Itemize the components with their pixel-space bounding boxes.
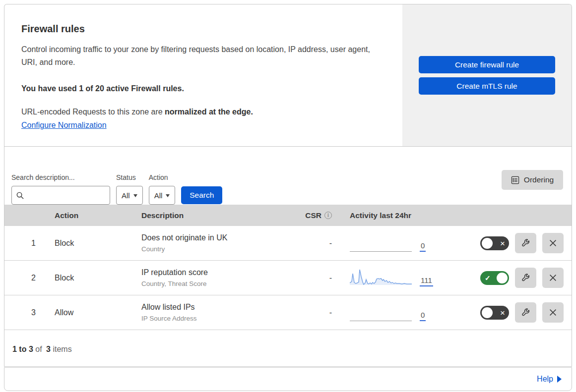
- search-description-input[interactable]: [27, 191, 106, 200]
- delete-rule-button[interactable]: [542, 233, 564, 253]
- activity-flatline: [350, 321, 412, 321]
- ordering-button-label: Ordering: [524, 175, 554, 184]
- activity-flatline: [350, 251, 412, 252]
- pagination-summary: 1 to 3 of 3 items: [4, 330, 572, 366]
- rule-priority: 1: [4, 239, 36, 248]
- page-description: Control incoming traffic to your zone by…: [21, 43, 375, 69]
- delete-rule-button[interactable]: [542, 302, 564, 323]
- rule-csr-value: -: [282, 274, 332, 282]
- toggle-knob: [482, 238, 493, 249]
- firewall-rules-list-card: Search description... Status All Action …: [4, 146, 572, 367]
- check-icon: ✓: [485, 275, 491, 281]
- csr-info-icon[interactable]: i: [324, 212, 332, 219]
- search-label: Search description...: [11, 173, 110, 181]
- arrow-right-icon: [557, 376, 562, 383]
- configure-normalization-link[interactable]: Configure Normalization: [21, 121, 107, 129]
- column-action: Action: [36, 211, 123, 220]
- close-icon: [549, 239, 557, 247]
- activity-sparkline: [350, 301, 412, 321]
- rule-fields: Country, Threat Score: [141, 280, 282, 287]
- help-link-label: Help: [537, 375, 553, 384]
- activity-sparkline: [350, 267, 412, 286]
- activity-count-link[interactable]: 0: [420, 311, 426, 321]
- status-label: Status: [116, 173, 143, 181]
- search-button[interactable]: Search: [181, 186, 222, 204]
- page-title: Firewall rules: [21, 23, 383, 35]
- status-dropdown-value: All: [122, 191, 130, 200]
- table-row: 1 Block Does not originate in UK Country…: [4, 226, 572, 261]
- wrench-icon: [521, 238, 530, 248]
- normalization-status: URL-encoded Requests to this zone are no…: [21, 108, 383, 116]
- rule-fields: Country: [141, 245, 282, 253]
- search-icon: [16, 191, 24, 200]
- chevron-down-icon: [133, 194, 137, 197]
- activity-count-link[interactable]: 0: [420, 242, 426, 252]
- chevron-down-icon: [166, 194, 170, 197]
- rule-description: IP reputation score: [141, 268, 282, 277]
- action-label: Action: [149, 173, 176, 181]
- rule-description: Does not originate in UK: [141, 233, 282, 242]
- toggle-knob: [482, 307, 493, 318]
- table-header: Action Description CSR i Activity last 2…: [4, 205, 572, 226]
- rule-description: Allow listed IPs: [141, 303, 282, 312]
- column-csr: CSR: [305, 211, 321, 220]
- table-row: 3 Allow Allow listed IPs IP Source Addre…: [4, 295, 572, 330]
- rule-csr-value: -: [282, 239, 332, 248]
- status-toggle[interactable]: ✓ ×: [480, 236, 509, 250]
- help-link[interactable]: Help: [537, 375, 562, 384]
- action-dropdown-value: All: [154, 191, 163, 200]
- edit-rule-button[interactable]: [515, 302, 536, 323]
- ordering-list-icon: [511, 176, 519, 184]
- rule-action: Block: [36, 274, 123, 282]
- create-firewall-rule-button[interactable]: Create firewall rule: [419, 56, 555, 73]
- wrench-icon: [521, 308, 530, 317]
- rule-csr-value: -: [282, 308, 332, 317]
- ordering-button[interactable]: Ordering: [502, 170, 563, 190]
- status-dropdown[interactable]: All: [116, 186, 143, 205]
- close-icon: [549, 274, 557, 281]
- rule-action: Block: [36, 239, 123, 248]
- status-toggle[interactable]: ✓ ×: [480, 306, 509, 320]
- search-box[interactable]: [11, 186, 110, 205]
- rule-action: Allow: [36, 308, 123, 317]
- help-bar: Help: [4, 367, 572, 391]
- delete-rule-button[interactable]: [542, 268, 564, 288]
- edit-rule-button[interactable]: [515, 233, 536, 253]
- create-mtls-rule-button[interactable]: Create mTLS rule: [419, 77, 555, 95]
- toggle-knob: [497, 273, 508, 283]
- rule-fields: IP Source Address: [141, 315, 282, 322]
- header-text-section: Firewall rules Control incoming traffic …: [4, 4, 402, 146]
- usage-summary: You have used 1 of 20 active Firewall ru…: [21, 84, 383, 93]
- cross-icon: ×: [500, 239, 505, 247]
- activity-sparkline: [350, 232, 412, 252]
- rule-priority: 3: [4, 308, 36, 317]
- table-row: 2 Block IP reputation score Country, Thr…: [4, 261, 572, 295]
- firewall-rules-header-card: Firewall rules Control incoming traffic …: [4, 4, 572, 146]
- cross-icon: ×: [500, 308, 505, 317]
- activity-count-link[interactable]: 111: [420, 277, 433, 286]
- wrench-icon: [521, 273, 530, 282]
- action-dropdown[interactable]: All: [149, 186, 176, 205]
- status-toggle[interactable]: ✓ ×: [480, 271, 509, 285]
- column-description: Description: [123, 211, 282, 220]
- edit-rule-button[interactable]: [515, 268, 536, 288]
- close-icon: [549, 309, 557, 316]
- column-activity: Activity last 24hr: [332, 211, 463, 220]
- rule-priority: 2: [4, 274, 36, 282]
- create-rule-panel: Create firewall rule Create mTLS rule: [402, 4, 572, 146]
- filter-bar: Search description... Status All Action …: [4, 147, 572, 205]
